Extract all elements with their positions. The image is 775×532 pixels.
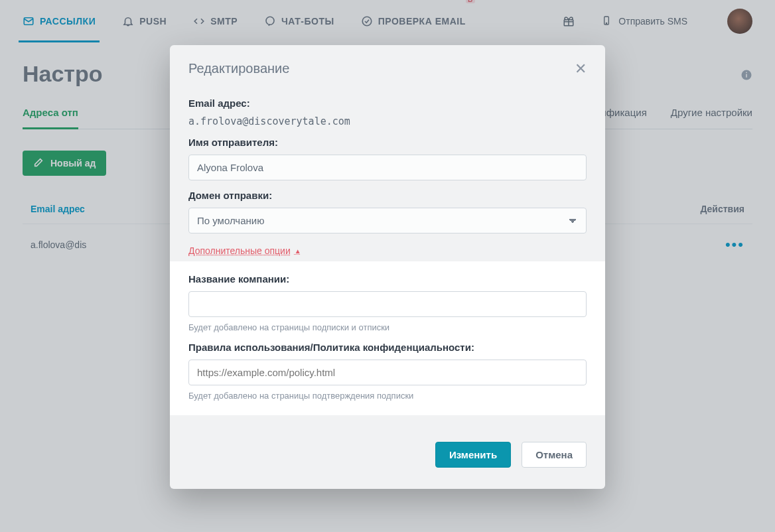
policy-label: Правила использования/Политика конфиденц… xyxy=(188,342,587,353)
domain-select[interactable]: По умолчанию xyxy=(188,208,587,233)
company-hint: Будет добавлено на страницы подписки и о… xyxy=(188,322,587,332)
caret-up-icon: ▲ xyxy=(295,247,301,255)
domain-label: Домен отправки: xyxy=(188,190,587,201)
email-value: a.frolova@discoverytale.com xyxy=(188,115,587,127)
advanced-panel: Название компании: Будет добавлено на ст… xyxy=(170,261,605,415)
company-label: Название компании: xyxy=(188,273,587,285)
company-input[interactable] xyxy=(188,291,587,317)
edit-sender-modal: Редактирование ✕ Email адрес: a.frolova@… xyxy=(170,45,605,489)
sender-name-input[interactable] xyxy=(188,155,587,180)
sender-name-label: Имя отправителя: xyxy=(188,137,587,148)
close-icon[interactable]: ✕ xyxy=(575,62,587,76)
cancel-button[interactable]: Отмена xyxy=(522,442,587,468)
advanced-options-toggle[interactable]: Дополнительные опции ▲ xyxy=(188,245,301,256)
policy-input[interactable] xyxy=(188,360,587,385)
policy-hint: Будет добавлено на страницы подтверждени… xyxy=(188,391,587,401)
email-label: Email адрес: xyxy=(188,98,587,109)
modal-title: Редактирование xyxy=(188,61,289,76)
advanced-options-label: Дополнительные опции xyxy=(188,245,291,256)
save-button[interactable]: Изменить xyxy=(435,442,511,468)
